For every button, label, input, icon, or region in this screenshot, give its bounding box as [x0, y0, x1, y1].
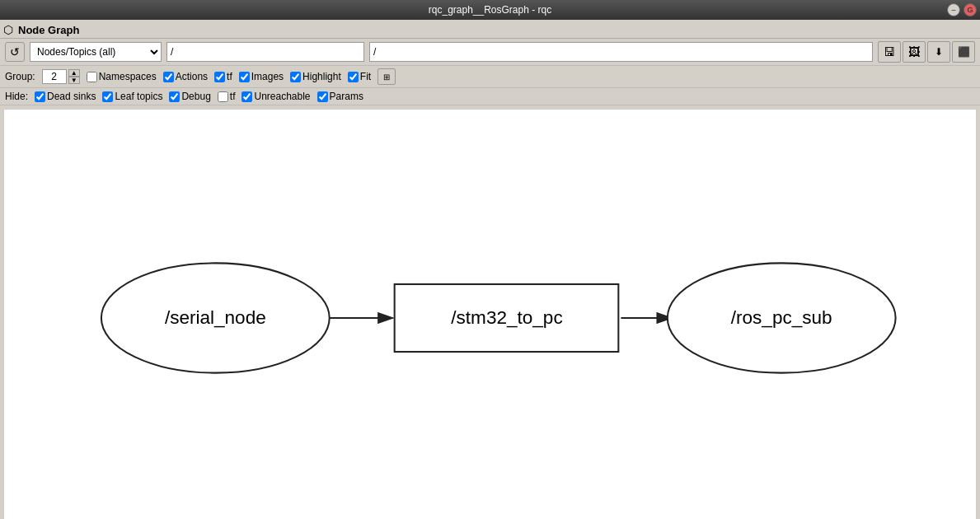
filter-input-2[interactable]	[369, 42, 873, 62]
cb-tf[interactable]	[214, 72, 225, 82]
download-icon: ⬇	[935, 46, 943, 58]
node-serial-node-label: /serial_node	[165, 307, 266, 328]
cb-actions[interactable]	[163, 72, 174, 82]
group-label: Group:	[5, 71, 35, 82]
cb-tf-label[interactable]: tf	[214, 71, 232, 82]
graph-svg: /serial_node /stm32_to_pc /ros_pc_sub	[4, 110, 976, 519]
close-button[interactable]: G	[964, 3, 977, 16]
screen-button[interactable]: ⬛	[952, 41, 975, 63]
hb-deadsinks[interactable]	[35, 91, 45, 102]
cb-images-label[interactable]: Images	[239, 71, 284, 82]
hb-deadsinks-label[interactable]: Dead sinks	[35, 91, 96, 102]
cb-namespaces[interactable]	[87, 72, 97, 82]
graph-area[interactable]: /serial_node /stm32_to_pc /ros_pc_sub	[3, 109, 977, 519]
cb-namespaces-label[interactable]: Namespaces	[87, 71, 157, 82]
hb-debug[interactable]	[169, 91, 180, 102]
cb-highlight-label[interactable]: Highlight	[290, 71, 341, 82]
export-icon: 🖼	[908, 45, 920, 58]
filter-input-1[interactable]	[166, 42, 364, 62]
spinner-down[interactable]: ▼	[68, 77, 80, 84]
hb-unreachable-label[interactable]: Unreachable	[241, 91, 310, 102]
hb-leaftopics-label[interactable]: Leaf topics	[102, 91, 162, 102]
title-bar-buttons: – G	[947, 3, 977, 16]
download-button[interactable]: ⬇	[927, 41, 950, 63]
save-icon: 🖫	[884, 45, 895, 58]
cb-fit-label[interactable]: Fit	[348, 71, 371, 82]
hb-leaftopics[interactable]	[102, 91, 113, 102]
app-header: ⬡ Node Graph	[0, 20, 980, 39]
app-title: Node Graph	[16, 24, 79, 36]
node-stm32-label: /stm32_to_pc	[451, 307, 562, 328]
node-ros-pc-sub-label: /ros_pc_sub	[731, 307, 832, 328]
hb-params[interactable]	[317, 91, 328, 102]
window-title: rqc_graph__RosGraph - rqc	[429, 4, 551, 16]
hb-debug-label[interactable]: Debug	[169, 91, 210, 102]
spinner-up[interactable]: ▲	[68, 69, 80, 77]
title-bar: rqc_graph__RosGraph - rqc – G	[0, 0, 980, 20]
cb-images[interactable]	[239, 72, 250, 82]
group-value-input[interactable]	[42, 69, 67, 84]
graph-container: /serial_node /stm32_to_pc /ros_pc_sub	[4, 110, 976, 519]
minimize-button[interactable]: –	[947, 3, 960, 16]
hb-params-label[interactable]: Params	[317, 91, 363, 102]
save-button[interactable]: 🖫	[878, 41, 901, 63]
view-mode-dropdown[interactable]: Nodes/Topics (all) Nodes only Nodes/Topi…	[30, 42, 162, 62]
toolbar: ↺ Nodes/Topics (all) Nodes only Nodes/To…	[0, 39, 980, 66]
app-icon: ⬡	[3, 23, 16, 36]
hide-label: Hide:	[5, 91, 28, 102]
hide-bar: Hide: Dead sinks Leaf topics Debug tf Un…	[0, 88, 980, 105]
screen-icon: ⬛	[958, 46, 970, 58]
hb-tf[interactable]	[218, 91, 228, 102]
toolbar-icons: 🖫 🖼 ⬇ ⬛	[878, 41, 975, 63]
export-button[interactable]: 🖼	[903, 41, 926, 63]
cb-highlight[interactable]	[290, 72, 301, 82]
options-bar: Group: ▲ ▼ Namespaces Actions tf Images …	[0, 66, 980, 88]
fit-icon-button[interactable]: ⊞	[377, 68, 396, 85]
hb-unreachable[interactable]	[241, 91, 252, 102]
cb-actions-label[interactable]: Actions	[163, 71, 208, 82]
cb-fit[interactable]	[348, 72, 359, 82]
refresh-button[interactable]: ↺	[5, 42, 25, 62]
hb-tf-label[interactable]: tf	[218, 91, 236, 102]
group-spinner: ▲ ▼	[42, 69, 80, 84]
spinner-arrows: ▲ ▼	[68, 69, 80, 84]
refresh-icon: ↺	[10, 45, 20, 58]
